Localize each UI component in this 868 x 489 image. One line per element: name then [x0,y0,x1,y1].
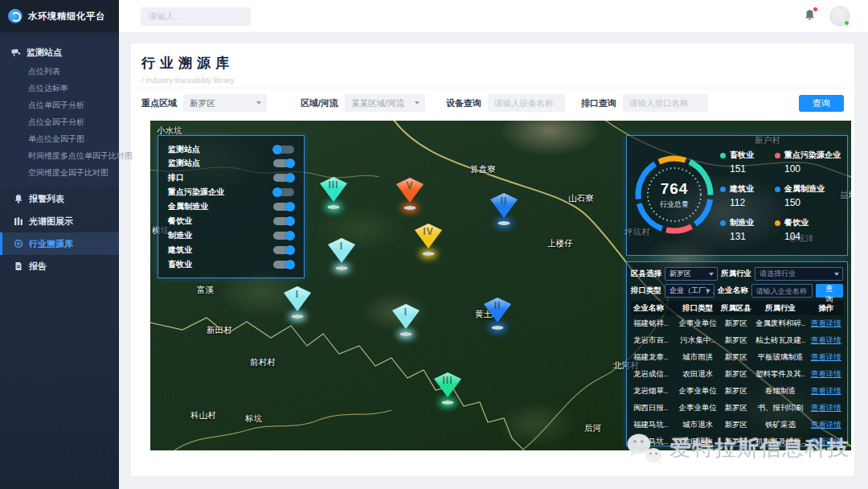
map-marker[interactable]: I [328,238,355,273]
query-button[interactable]: 查询 [799,95,844,112]
sidebar-item-report[interactable]: 报告 [0,255,119,277]
map-place-label: 前村村 [250,357,276,368]
global-search-input[interactable] [141,7,251,26]
map-marker[interactable]: I [392,304,420,339]
legend-dot [720,187,726,192]
sidebar-item-spectrum[interactable]: 光谱图展示 [0,210,119,232]
satellite-map[interactable]: 小水坑 算盘寮 山石寮 上楼仔 坪坑村 新户村 益坪 赤坑洋 横坑 富溪 新田村… [150,121,851,450]
outlet-type-select[interactable]: 企业（工厂）入 [665,284,714,298]
outlet-search-input[interactable] [623,94,708,112]
sidebar-subitem[interactable]: 点位单因子分析 [0,97,119,113]
toggle-switch[interactable] [273,174,294,182]
marker-base-glow [404,206,416,210]
map-marker[interactable]: V [396,178,424,213]
table-column-header: 所属区县 [720,303,752,314]
view-detail-link[interactable]: 查看详情 [809,369,843,380]
filter-bar: 重点区域 新罗区 区域/河流 某某区域/河流 设备查询 排口查询 查询 [141,94,844,112]
marker-base-glow [328,205,340,209]
map-marker[interactable]: IV [415,224,442,259]
sidebar-item-label: 报警列表 [29,193,64,205]
cell-outlet-type: 企事业单位 [675,318,719,329]
user-avatar[interactable] [829,6,850,27]
cell-district: 新罗区 [720,369,752,380]
sidebar-subitem[interactable]: 时间维度多点位单因子比对图 [0,147,119,164]
sidebar-item-monitor-stations[interactable]: 监测站点 [0,42,119,63]
marker-numeral: III [328,179,338,202]
main-content-card: 行业溯源库 / Industry traceability library 重点… [131,43,854,476]
sidebar-subitem[interactable]: 点位列表 [0,63,119,80]
view-detail-link[interactable]: 查看详情 [809,386,843,397]
toggle-switch[interactable] [273,217,294,225]
notification-bell-icon[interactable] [804,9,817,23]
alarm-icon [14,194,23,203]
map-place-label: 新田村 [207,325,232,336]
legend-label: 金属制造业 [784,183,825,195]
sidebar-subitem[interactable]: 点位全因子分析 [0,113,119,130]
view-detail-link[interactable]: 查看详情 [809,335,843,346]
sidebar-item-label: 监测站点 [27,47,62,59]
industry-stats-panel: 764 行业总量 畜牧业 151 [626,135,848,256]
legend-label: 制造业 [730,217,754,228]
industry-total-donut [630,142,719,247]
sidebar-item-label: 报告 [29,261,47,273]
sidebar-item-alarm-list[interactable]: 报警列表 [0,187,119,210]
river-select[interactable]: 某某区域/河流 [345,94,425,112]
river-select-value: 某某区域/河流 [351,98,404,108]
view-detail-link[interactable]: 查看详情 [809,318,843,329]
cell-outlet-type: 企事业单位 [675,386,719,397]
cell-district: 新罗区 [720,386,752,397]
company-name-input[interactable] [751,284,813,298]
marker-numeral: II [501,195,508,218]
sidebar-item-industry-library[interactable]: 行业溯源库 [0,232,119,255]
map-marker[interactable]: III [320,177,347,212]
table-row: 龙岩烟草.. 企事业单位 新罗区 卷烟制造 查看详情 [631,383,843,400]
cell-district: 新罗区 [720,335,752,346]
industry-select[interactable]: 请选择行业 [755,267,843,281]
view-detail-link[interactable]: 查看详情 [809,403,843,413]
district-select[interactable]: 新罗区 [665,267,718,281]
device-search-input[interactable] [488,94,565,112]
toggle-switch[interactable] [273,188,294,196]
table-query-button[interactable]: 查询 [816,284,843,298]
sidebar-subitem[interactable]: 空间维度全因子比对图 [0,164,119,181]
toggle-switch[interactable] [273,203,294,211]
cell-company-name: 闽西日报.. [631,403,675,413]
cell-company-name: 福建铭祥.. [631,318,675,329]
marker-base-glow [336,266,348,270]
district-select-value: 新罗区 [669,269,691,277]
map-marker[interactable]: I [284,286,311,322]
toggle-switch[interactable] [273,261,294,269]
view-detail-link[interactable]: 查看详情 [809,437,843,447]
topbar-actions [804,6,868,27]
district-select-label: 区县选择 [631,269,661,279]
view-detail-link[interactable]: 查看详情 [809,352,843,363]
app-logo-icon [8,9,23,23]
marker-numeral: I [296,289,299,311]
cell-district: 新罗区 [720,403,752,413]
region-filter-label: 重点区域 [141,97,177,109]
map-place-label: 算盘寮 [470,164,496,175]
toggle-switch[interactable] [273,232,294,240]
chevron-down-icon [706,290,710,293]
view-detail-link[interactable]: 查看详情 [809,420,843,430]
marker-numeral: III [442,375,452,397]
sidebar-submenu: 点位列表 点位达标率 点位单因子分析 点位全因子分析 单点位全因子图 时间维度多… [0,63,119,181]
marker-gem: III [434,372,461,397]
map-marker[interactable]: II [490,193,518,228]
sidebar-subitem[interactable]: 单点位全因子图 [0,130,119,147]
sidebar: 水环境精细化平台 监测站点 点位列表 点位达标率 点位单因子分析 点位全因子分析 [0,0,119,489]
sidebar-subitem[interactable]: 点位达标率 [0,80,119,97]
marker-gem: IV [415,224,442,249]
map-marker[interactable]: III [434,372,461,408]
toggle-switch[interactable] [273,159,294,167]
region-select[interactable]: 新罗区 [183,94,267,112]
toggle-switch[interactable] [273,146,294,154]
cell-outlet-type: 污水集中.. [675,335,719,346]
stats-legend-item: 畜牧业 151 [720,150,772,175]
river-filter-label: 区域/河流 [301,97,338,109]
notification-badge [813,7,817,11]
cell-company-name: 福建马坑.. [631,437,675,447]
toggle-switch[interactable] [273,246,294,254]
region-select-value: 新罗区 [190,98,215,108]
map-marker[interactable]: II [484,298,511,333]
